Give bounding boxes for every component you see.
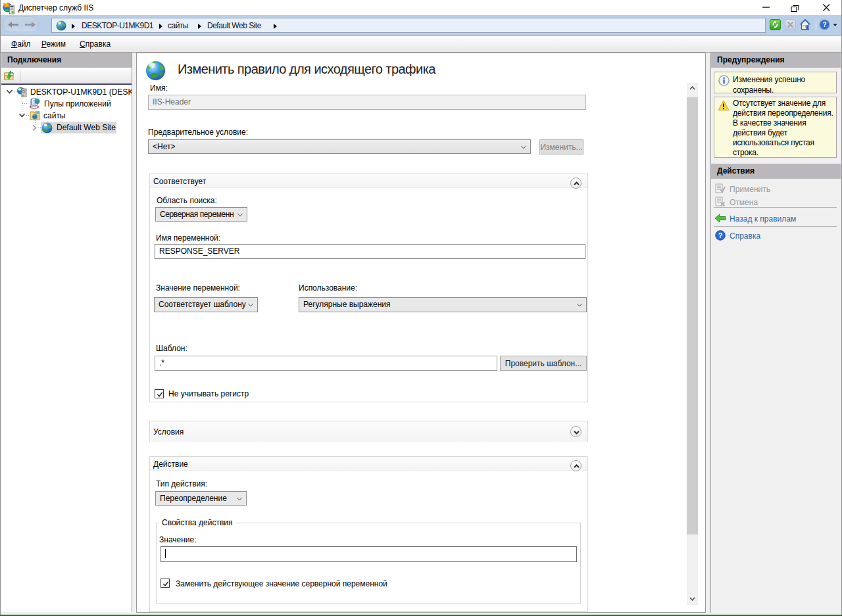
svg-text:?: ? xyxy=(822,21,826,28)
svg-text:?: ? xyxy=(718,231,723,239)
